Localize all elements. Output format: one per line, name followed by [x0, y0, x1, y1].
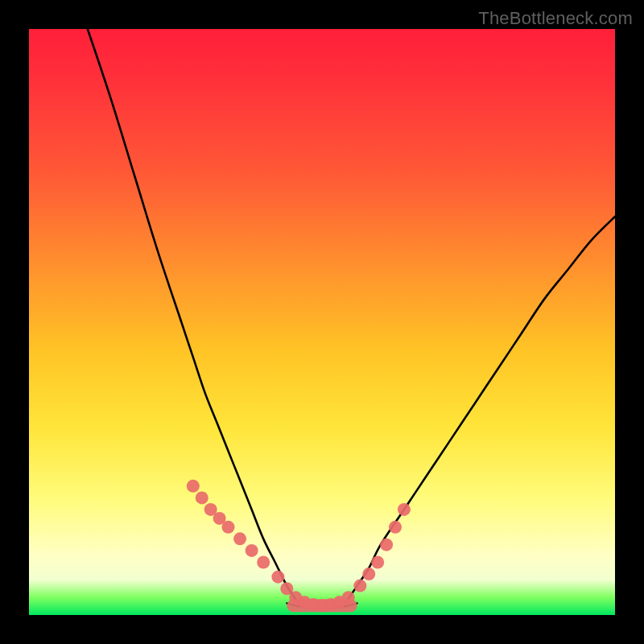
curves-layer [88, 29, 615, 608]
highlight-dot [257, 555, 270, 568]
highlight-dot [196, 491, 208, 504]
scatter-layer [187, 480, 411, 613]
plot-area [29, 29, 615, 615]
highlight-dot [246, 544, 258, 557]
highlight-dot [371, 555, 384, 568]
chart-svg [29, 29, 615, 615]
highlight-dot [187, 480, 200, 493]
flat-marker-bar [287, 599, 357, 612]
highlight-dot [233, 532, 246, 545]
highlight-dot [271, 571, 284, 584]
highlight-dot [353, 580, 366, 592]
watermark-text: TheBottleneck.com [478, 8, 633, 29]
chart-frame: TheBottleneck.com [0, 0, 644, 644]
highlight-dot [222, 521, 235, 534]
highlight-dot [380, 539, 393, 551]
highlight-dot [362, 568, 375, 580]
bottom-bar-layer [287, 599, 357, 612]
highlight-dot [389, 521, 402, 534]
highlight-dot [398, 503, 411, 516]
curve-left-curve [88, 29, 299, 603]
